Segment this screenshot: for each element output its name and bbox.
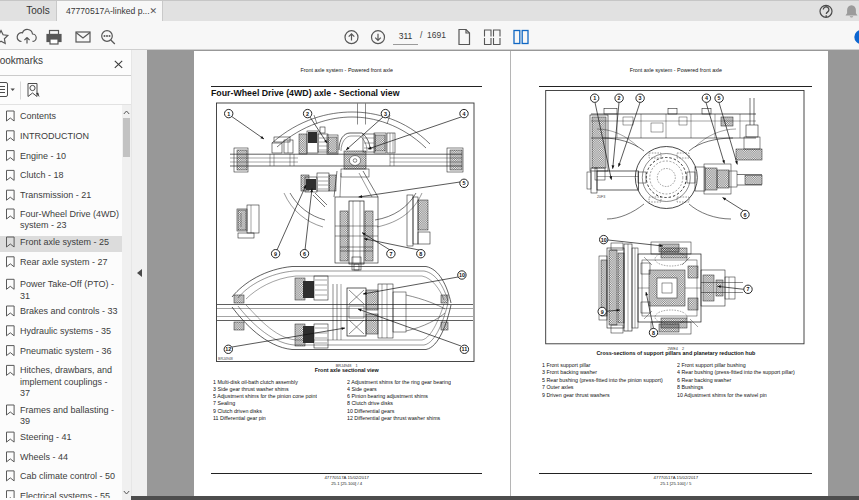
svg-text:10: 10 [601, 237, 607, 243]
svg-text:3: 3 [639, 95, 642, 101]
svg-text:BRJ4948: BRJ4948 [218, 357, 233, 361]
svg-text:7: 7 [389, 251, 392, 257]
svg-text:7: 7 [747, 286, 750, 292]
svg-text:10: 10 [459, 272, 465, 278]
svg-text:1: 1 [593, 95, 596, 101]
svg-text:8: 8 [652, 330, 655, 336]
svg-text:9: 9 [274, 251, 277, 257]
svg-text:12: 12 [225, 346, 231, 352]
svg-text:4: 4 [705, 95, 708, 101]
svg-text:6: 6 [744, 212, 747, 218]
svg-text:9: 9 [601, 309, 604, 315]
svg-text:1: 1 [227, 111, 230, 117]
svg-text:20F3: 20F3 [597, 195, 605, 199]
svg-text:8: 8 [419, 251, 422, 257]
svg-text:3: 3 [384, 111, 387, 117]
svg-text:5: 5 [463, 180, 466, 186]
svg-text:4: 4 [463, 111, 466, 117]
svg-text:2: 2 [306, 111, 309, 117]
svg-text:11: 11 [462, 346, 468, 352]
svg-text:6: 6 [303, 251, 306, 257]
svg-text:2: 2 [618, 95, 621, 101]
svg-text:5: 5 [718, 95, 721, 101]
